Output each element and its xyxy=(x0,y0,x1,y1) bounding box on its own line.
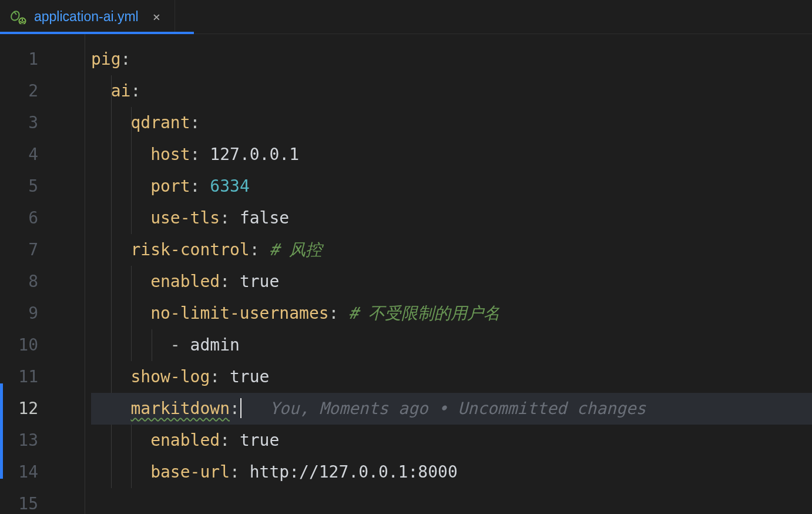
code-line[interactable]: enabled: true xyxy=(91,425,812,456)
line-number[interactable]: 8 xyxy=(0,266,85,298)
code-line[interactable]: pig: xyxy=(91,44,812,75)
tab-bar: application-ai.yml × xyxy=(0,0,812,34)
vcs-change-marker xyxy=(0,383,3,479)
line-number[interactable]: 11 xyxy=(0,361,85,393)
editor-pane: 1 2 3 4 5 6 7 8 9 10 11 12 13 14 15 pig:… xyxy=(0,34,812,514)
spring-boot-icon xyxy=(9,10,27,24)
line-number[interactable]: 10 xyxy=(0,329,85,361)
code-line[interactable]: show-log: true xyxy=(91,361,812,393)
code-line[interactable]: use-tls: false xyxy=(91,202,812,234)
code-line[interactable]: risk-control: # 风控 xyxy=(91,234,812,266)
close-icon[interactable]: × xyxy=(149,9,164,25)
spell-squiggle: markitdown xyxy=(130,399,230,418)
line-number[interactable]: 15 xyxy=(0,488,85,514)
code-line-current[interactable]: markitdown:You, Moments ago • Uncommitte… xyxy=(91,393,812,425)
code-line[interactable]: ai: xyxy=(91,75,812,107)
line-number[interactable]: 9 xyxy=(0,298,85,329)
tab-title: application-ai.yml xyxy=(34,9,139,25)
code-line[interactable]: base-url: http://127.0.0.1:8000 xyxy=(91,456,812,488)
line-number-current[interactable]: 12 xyxy=(0,393,85,425)
text-cursor xyxy=(240,398,241,418)
line-number[interactable]: 3 xyxy=(0,107,85,139)
line-number-gutter: 1 2 3 4 5 6 7 8 9 10 11 12 13 14 15 xyxy=(0,34,85,514)
line-number[interactable]: 6 xyxy=(0,202,85,234)
code-line[interactable]: no-limit-usernames: # 不受限制的用户名 xyxy=(91,298,812,329)
file-tab[interactable]: application-ai.yml × xyxy=(0,0,175,34)
line-number[interactable]: 5 xyxy=(0,171,85,202)
line-number[interactable]: 1 xyxy=(0,44,85,75)
code-area[interactable]: pig: ai: qdrant: host: 127.0.0.1 port: 6… xyxy=(85,34,812,514)
code-line[interactable]: port: 6334 xyxy=(91,171,812,202)
code-line[interactable]: enabled: true xyxy=(91,266,812,298)
line-number[interactable]: 4 xyxy=(0,139,85,171)
git-blame-inline[interactable]: You, Moments ago • Uncommitted changes xyxy=(270,399,646,418)
line-number[interactable]: 7 xyxy=(0,234,85,266)
line-number[interactable]: 13 xyxy=(0,425,85,456)
line-number[interactable]: 2 xyxy=(0,75,85,107)
code-line[interactable]: host: 127.0.0.1 xyxy=(91,139,812,171)
code-line[interactable]: qdrant: xyxy=(91,107,812,139)
code-line[interactable]: - admin xyxy=(91,329,812,361)
code-line[interactable] xyxy=(91,488,812,514)
line-number[interactable]: 14 xyxy=(0,456,85,488)
